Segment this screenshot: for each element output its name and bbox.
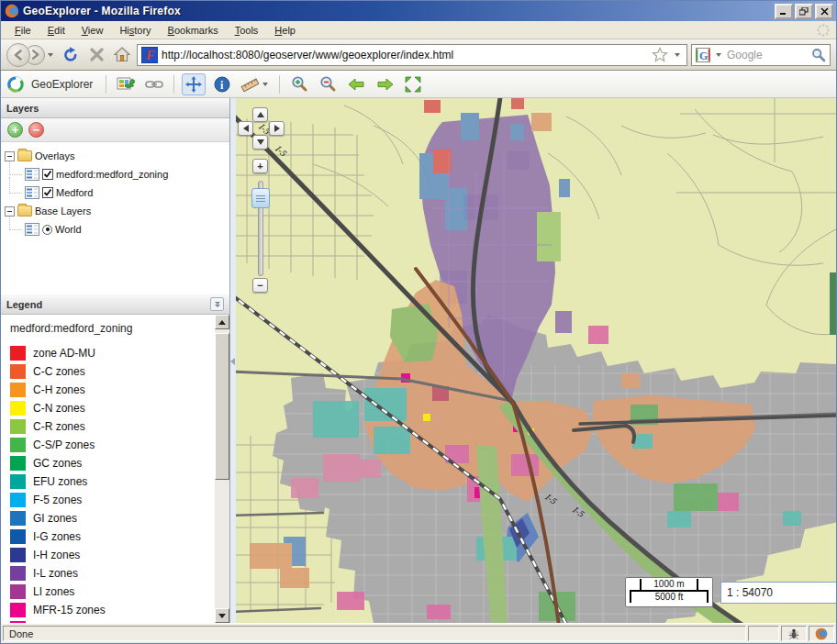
export-map-icon xyxy=(117,76,135,93)
navigation-toolbar: F G xyxy=(1,39,836,71)
identify-button[interactable]: i xyxy=(210,73,234,95)
layer-node-icon xyxy=(25,223,39,236)
zoom-in-map-button[interactable]: + xyxy=(252,159,268,173)
legend-label: zone AD-MU xyxy=(33,347,95,360)
svg-text:G: G xyxy=(699,49,708,61)
measure-tool-button[interactable] xyxy=(239,73,272,95)
firebug-button[interactable] xyxy=(781,626,807,641)
tree-layer-label: Medford xyxy=(56,187,93,198)
zoom-max-extent-button[interactable] xyxy=(401,73,425,95)
link-icon xyxy=(145,79,163,90)
close-button[interactable] xyxy=(815,4,833,19)
engine-dropdown-caret[interactable] xyxy=(716,53,721,57)
history-dropdown-caret[interactable] xyxy=(48,53,53,57)
tree-layer-label: medford:medford_zoning xyxy=(56,169,168,180)
splitter-collapse-icon[interactable] xyxy=(230,358,235,365)
legend-body: medford:medford_zoning zone AD-MUC-C zon… xyxy=(1,315,229,623)
menu-tools[interactable]: Tools xyxy=(227,23,267,38)
layer-tree: Overlaysmedford:medford_zoningMedfordBas… xyxy=(1,142,229,294)
menu-file[interactable]: File xyxy=(6,23,39,38)
zoom-in-icon xyxy=(291,75,308,93)
minimize-button[interactable] xyxy=(775,4,793,19)
stop-button[interactable] xyxy=(85,44,107,66)
tree-layer-row[interactable]: World xyxy=(5,220,229,239)
url-dropdown-caret[interactable] xyxy=(675,53,680,57)
legend-scrollbar[interactable] xyxy=(215,315,229,623)
tree-folder-row[interactable]: Base Layers xyxy=(5,202,229,220)
google-engine-icon[interactable]: G xyxy=(696,48,710,62)
pan-right-button[interactable] xyxy=(269,121,285,136)
pan-left-button[interactable] xyxy=(238,121,253,136)
menu-bookmarks[interactable]: Bookmarks xyxy=(160,23,227,38)
legend-label: C-H zones xyxy=(33,383,85,396)
arrow-left-icon xyxy=(348,78,365,91)
legend-label: EFU zones xyxy=(33,475,87,488)
search-input[interactable] xyxy=(727,49,809,61)
zoom-out-map-button[interactable]: − xyxy=(252,278,268,293)
map-canvas[interactable]: I-5 I-5 I-5 I-5 xyxy=(236,98,836,623)
menu-history[interactable]: History xyxy=(111,23,159,38)
scroll-up-button[interactable] xyxy=(215,315,229,329)
home-button[interactable] xyxy=(111,44,133,66)
pan-tool-button[interactable] xyxy=(182,73,206,95)
zoom-in-button[interactable] xyxy=(287,73,311,95)
zoom-next-button[interactable] xyxy=(373,73,396,95)
tree-expander-icon[interactable] xyxy=(5,206,15,217)
layer-radio[interactable] xyxy=(42,225,52,235)
export-map-button[interactable] xyxy=(114,73,138,95)
layer-checkbox[interactable] xyxy=(42,169,53,180)
pan-down-button[interactable] xyxy=(252,135,268,150)
legend-item: GI zones xyxy=(10,509,215,527)
back-button[interactable] xyxy=(6,43,30,67)
tree-layer-row[interactable]: medford:medford_zoning xyxy=(5,165,229,183)
tree-expander-icon[interactable] xyxy=(5,151,15,161)
legend-label: C-S/P zones xyxy=(33,439,95,451)
scale-combo-input[interactable] xyxy=(720,582,836,604)
title-bar: GeoExplorer - Mozilla Firefox xyxy=(1,1,836,21)
reload-button[interactable] xyxy=(60,44,82,66)
bug-icon xyxy=(787,627,800,641)
bookmark-star-icon[interactable] xyxy=(652,47,668,62)
chevron-down-icon xyxy=(215,305,220,307)
firefox-status-button[interactable] xyxy=(809,626,834,641)
menu-edit[interactable]: Edit xyxy=(39,23,73,38)
url-input[interactable] xyxy=(162,49,648,61)
pan-up-button[interactable] xyxy=(252,107,268,122)
toolbar-separator xyxy=(279,75,280,94)
scale-combo xyxy=(720,582,823,604)
remove-layer-button[interactable]: − xyxy=(28,122,44,138)
layer-checkbox[interactable] xyxy=(42,187,53,198)
legend-swatch xyxy=(10,438,26,452)
menu-bar: FileEditViewHistoryBookmarksToolsHelp xyxy=(1,21,836,39)
legend-item: C-H zones xyxy=(10,381,215,399)
zoom-out-button[interactable] xyxy=(316,73,340,95)
toolbar-separator xyxy=(173,75,174,94)
scrollbar-thumb[interactable] xyxy=(215,333,229,480)
layers-toolbar: + − xyxy=(1,118,229,142)
scroll-down-button[interactable] xyxy=(215,608,229,623)
menu-help[interactable]: Help xyxy=(266,23,304,38)
zoom-previous-button[interactable] xyxy=(344,73,368,95)
legend-item: C-S/P zones xyxy=(10,436,215,454)
legend-swatch xyxy=(10,529,26,544)
layers-panel-header: Layers xyxy=(1,98,229,118)
permalink-button[interactable] xyxy=(142,73,166,95)
geoexplorer-logo-icon xyxy=(6,75,25,94)
legend-collapse-button[interactable] xyxy=(210,297,224,311)
legend-label: F-5 zones xyxy=(33,494,82,506)
legend-swatch xyxy=(10,474,26,489)
tree-folder-row[interactable]: Overlays xyxy=(5,147,229,165)
legend-label: I-G zones xyxy=(33,530,81,543)
add-layer-button[interactable]: + xyxy=(7,122,23,138)
legend-label: C-N zones xyxy=(33,402,85,415)
search-magnifier-icon[interactable] xyxy=(811,48,826,62)
legend-item: LI zones xyxy=(10,583,215,601)
measure-dropdown-caret[interactable] xyxy=(262,83,268,86)
zoom-slider-thumb[interactable] xyxy=(251,188,270,208)
tree-elbow xyxy=(9,177,22,194)
layer-node-icon xyxy=(25,168,39,181)
menu-view[interactable]: View xyxy=(73,23,112,38)
restore-button[interactable] xyxy=(795,4,813,19)
tree-layer-row[interactable]: Medford xyxy=(5,183,229,202)
app-toolbar: GeoExplorer xyxy=(1,71,836,98)
